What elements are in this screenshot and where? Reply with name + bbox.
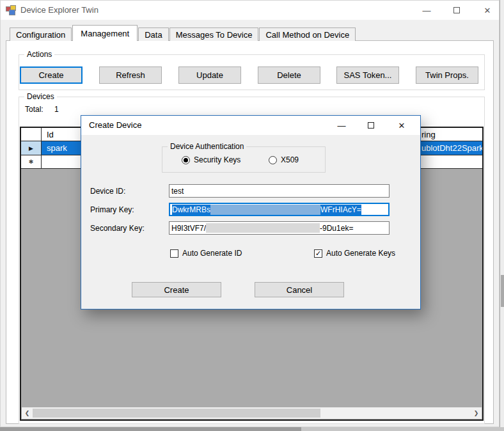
tab-management[interactable]: Management xyxy=(72,25,138,41)
dialog-close-button[interactable]: ✕ xyxy=(390,116,414,135)
grid-row2-header[interactable]: ✱ xyxy=(21,155,42,169)
devices-group-label: Devices xyxy=(24,92,57,101)
dialog-maximize-button[interactable] xyxy=(359,116,383,135)
radio-x509-label: X509 xyxy=(281,155,299,164)
device-authentication-group: Device Authentication Security Keys X509 xyxy=(162,146,326,173)
primary-key-label: Primary Key: xyxy=(90,205,134,214)
secondary-key-input[interactable]: H9I3tVF7/ -9Du1ek= xyxy=(169,221,390,235)
dialog-close-icon: ✕ xyxy=(398,121,406,130)
tab-strip: Configuration Management Data Messages T… xyxy=(10,25,356,41)
grid-horizontal-scrollbar[interactable]: ❮ ❯ xyxy=(22,407,482,419)
primary-key-redacted-segment xyxy=(210,205,320,215)
screen: Device Explorer Twin — ✕ Configuration M… xyxy=(0,0,504,431)
scroll-left-icon[interactable]: ❮ xyxy=(22,407,33,419)
auto-generate-keys-label: Auto Generate Keys xyxy=(326,249,395,258)
radio-security-keys-label: Security Keys xyxy=(194,155,240,164)
primary-key-input[interactable]: DwkrMRBs WFrHIAcY= xyxy=(169,203,390,216)
background-window-sliver xyxy=(500,0,504,427)
delete-button[interactable]: Delete xyxy=(258,67,320,84)
current-row-arrow-icon: ▶ xyxy=(29,145,33,152)
dialog-title: Create Device xyxy=(89,116,141,135)
taskbar-strip-right xyxy=(301,427,504,431)
check-icon: ✓ xyxy=(315,249,321,258)
create-device-dialog: Create Device — ✕ Device Authentication … xyxy=(81,115,421,310)
tab-configuration[interactable]: Configuration xyxy=(10,27,72,41)
taskbar-strip-left xyxy=(0,427,301,431)
dialog-create-button[interactable]: Create xyxy=(132,282,221,297)
background-scrollbar-thumb xyxy=(501,275,504,307)
dialog-minimize-icon: — xyxy=(338,121,346,130)
scroll-right-icon[interactable]: ❯ xyxy=(471,407,482,419)
auto-generate-id-checkbox[interactable]: Auto Generate ID xyxy=(170,249,242,258)
auto-generate-id-label: Auto Generate ID xyxy=(182,249,242,258)
total-label: Total: xyxy=(25,105,43,114)
device-authentication-label: Device Authentication xyxy=(168,142,246,151)
app-icon-blue-square xyxy=(9,10,15,15)
twin-props-button[interactable]: Twin Props. xyxy=(416,67,478,84)
create-button[interactable]: Create xyxy=(20,67,83,84)
radio-security-keys[interactable]: Security Keys xyxy=(182,155,240,164)
total-value: 1 xyxy=(54,105,59,114)
grid-row1-connectionstring-fragment: ublotDht22Spark. xyxy=(421,141,482,155)
dialog-maximize-icon xyxy=(368,122,374,129)
primary-key-value-start: DwkrMRBs xyxy=(172,205,210,215)
update-button[interactable]: Update xyxy=(178,67,241,84)
radio-x509-icon xyxy=(269,156,277,164)
dialog-title-bar: Create Device — ✕ xyxy=(81,116,420,135)
new-row-icon: ✱ xyxy=(29,159,34,165)
tab-call-method-on-device[interactable]: Call Method on Device xyxy=(259,27,356,41)
grid-header-id-label: Id xyxy=(47,130,54,139)
device-id-input[interactable]: test xyxy=(169,184,390,198)
maximize-button[interactable] xyxy=(444,1,469,20)
device-id-label: Device ID: xyxy=(90,187,125,196)
scrollbar-thumb[interactable] xyxy=(33,409,320,418)
minimize-button[interactable]: — xyxy=(414,1,439,20)
window-title: Device Explorer Twin xyxy=(20,1,98,20)
auto-generate-keys-checkbox-icon: ✓ xyxy=(314,249,322,258)
primary-key-value-end: WFrHIAcY= xyxy=(320,205,361,215)
actions-group-label: Actions xyxy=(24,50,54,59)
secondary-key-label: Secondary Key: xyxy=(90,224,145,233)
secondary-key-value-end: -9Du1ek= xyxy=(320,224,353,233)
secondary-key-redacted-segment xyxy=(206,223,320,233)
close-button[interactable]: ✕ xyxy=(475,1,500,20)
grid-header-connectionstring-fragment: ring xyxy=(421,128,436,141)
app-icon xyxy=(6,5,17,15)
minimize-icon: — xyxy=(423,6,431,15)
close-icon: ✕ xyxy=(484,6,491,15)
grid-row1-id-value: spark xyxy=(47,143,67,153)
grid-corner-header xyxy=(21,128,42,141)
main-title-bar: Device Explorer Twin — ✕ xyxy=(1,1,499,20)
tab-data[interactable]: Data xyxy=(138,27,168,41)
auto-generate-id-checkbox-icon xyxy=(170,249,178,258)
radio-security-keys-icon xyxy=(182,156,190,164)
device-id-value: test xyxy=(171,187,184,196)
refresh-button[interactable]: Refresh xyxy=(99,67,162,84)
actions-group: Actions xyxy=(19,54,485,90)
dialog-minimize-button[interactable]: — xyxy=(329,116,354,135)
auto-generate-keys-checkbox[interactable]: ✓ Auto Generate Keys xyxy=(314,249,395,258)
sas-token-button[interactable]: SAS Token... xyxy=(336,67,399,84)
tab-messages-to-device[interactable]: Messages To Device xyxy=(169,27,259,41)
grid-row1-header[interactable]: ▶ xyxy=(21,141,42,155)
maximize-icon xyxy=(453,7,460,13)
radio-x509[interactable]: X509 xyxy=(269,155,299,164)
dialog-cancel-button[interactable]: Cancel xyxy=(255,282,344,297)
secondary-key-value-start: H9I3tVF7/ xyxy=(171,224,206,233)
